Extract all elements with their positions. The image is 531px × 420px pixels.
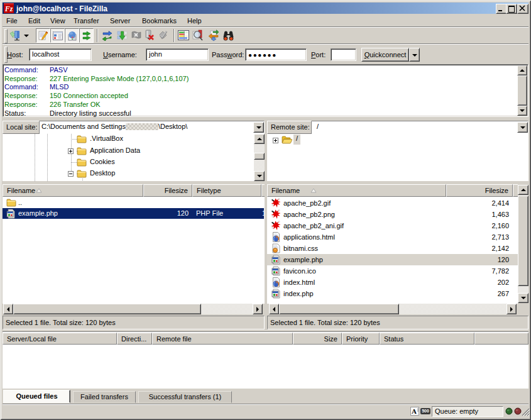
svg-text:Fz: Fz	[4, 4, 13, 13]
svg-text:A: A	[412, 407, 417, 415]
